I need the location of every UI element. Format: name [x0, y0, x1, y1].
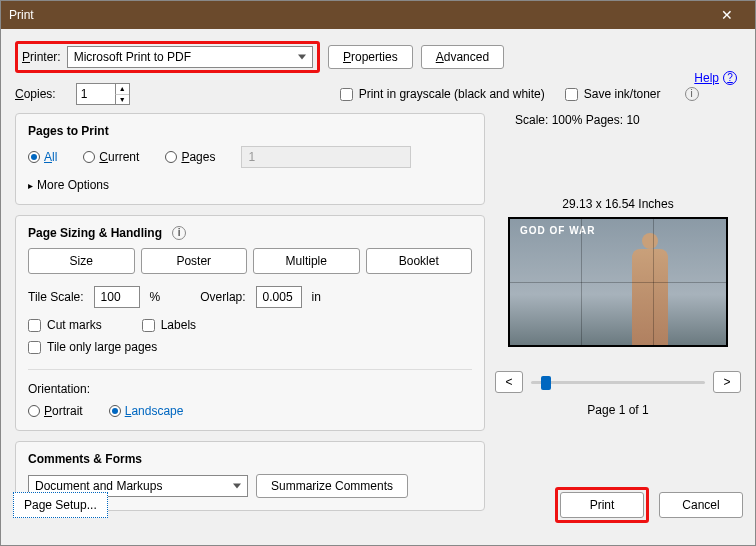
help-link[interactable]: Help ?	[694, 71, 737, 85]
page-setup-button[interactable]: Page Setup...	[13, 492, 108, 518]
overlap-unit: in	[312, 290, 321, 304]
radio-current[interactable]: Current	[83, 150, 139, 164]
copies-down-icon[interactable]: ▼	[115, 95, 129, 105]
pages-range-input	[241, 146, 411, 168]
labels-checkbox[interactable]: Labels	[142, 318, 196, 332]
copies-up-icon[interactable]: ▲	[115, 84, 129, 95]
printer-highlight: Printer: Microsoft Print to PDF	[15, 41, 320, 73]
copies-label: Copies:	[15, 87, 56, 101]
radio-portrait[interactable]: Portrait	[28, 404, 83, 418]
printer-dropdown[interactable]: Microsoft Print to PDF	[67, 46, 313, 68]
close-icon[interactable]: ✕	[707, 7, 747, 23]
booklet-tab[interactable]: Booklet	[366, 248, 473, 274]
info-icon[interactable]: i	[685, 87, 699, 101]
sizing-info-icon[interactable]: i	[172, 226, 186, 240]
radio-all[interactable]: All	[28, 150, 57, 164]
help-icon: ?	[723, 71, 737, 85]
size-tab[interactable]: Size	[28, 248, 135, 274]
next-page-button[interactable]: >	[713, 371, 741, 393]
comments-heading: Comments & Forms	[28, 452, 472, 466]
window-title: Print	[9, 8, 707, 22]
copies-spinner[interactable]: ▲ ▼	[76, 83, 130, 105]
grayscale-box[interactable]	[340, 88, 353, 101]
overlap-input[interactable]	[256, 286, 302, 308]
sizing-heading: Page Sizing & Handling i	[28, 226, 472, 240]
cancel-button[interactable]: Cancel	[659, 492, 743, 518]
print-button[interactable]: Print	[560, 492, 644, 518]
pages-heading: Pages to Print	[28, 124, 472, 138]
preview-logo: GOD OF WAR	[520, 225, 596, 236]
radio-pages[interactable]: Pages	[165, 150, 215, 164]
dimensions-info: 29.13 x 16.54 Inches	[495, 197, 741, 211]
cutmarks-checkbox[interactable]: Cut marks	[28, 318, 102, 332]
orientation-label: Orientation:	[28, 382, 472, 396]
print-highlight: Print	[555, 487, 649, 523]
more-options-toggle[interactable]: More Options	[28, 178, 472, 192]
sizing-panel: Page Sizing & Handling i Size Poster Mul…	[15, 215, 485, 431]
radio-landscape[interactable]: Landscape	[109, 404, 184, 418]
tileonly-checkbox[interactable]: Tile only large pages	[28, 340, 157, 354]
preview-figure	[632, 249, 668, 345]
copies-input[interactable]	[77, 84, 115, 104]
preview-frame: GOD OF WAR	[508, 217, 728, 347]
slider-thumb[interactable]	[541, 376, 551, 390]
tilescale-input[interactable]	[94, 286, 140, 308]
saveink-label: Save ink/toner	[584, 87, 661, 101]
properties-button[interactable]: Properties	[328, 45, 413, 69]
printer-label: Printer:	[22, 50, 61, 64]
printer-value: Microsoft Print to PDF	[74, 50, 191, 64]
poster-tab[interactable]: Poster	[141, 248, 248, 274]
scale-info: Scale: 100% Pages: 10	[515, 113, 741, 127]
tilescale-unit: %	[150, 290, 161, 304]
grayscale-label: Print in grayscale (black and white)	[359, 87, 545, 101]
multiple-tab[interactable]: Multiple	[253, 248, 360, 274]
grayscale-checkbox[interactable]: Print in grayscale (black and white)	[340, 87, 545, 101]
saveink-box[interactable]	[565, 88, 578, 101]
pages-panel: Pages to Print All Current Pages More Op…	[15, 113, 485, 205]
tilescale-label: Tile Scale:	[28, 290, 84, 304]
page-counter: Page 1 of 1	[495, 403, 741, 417]
overlap-label: Overlap:	[200, 290, 245, 304]
titlebar: Print ✕	[1, 1, 755, 29]
saveink-checkbox[interactable]: Save ink/toner	[565, 87, 661, 101]
help-label: Help	[694, 71, 719, 85]
advanced-button[interactable]: Advanced	[421, 45, 504, 69]
prev-page-button[interactable]: <	[495, 371, 523, 393]
zoom-slider[interactable]	[531, 381, 705, 384]
